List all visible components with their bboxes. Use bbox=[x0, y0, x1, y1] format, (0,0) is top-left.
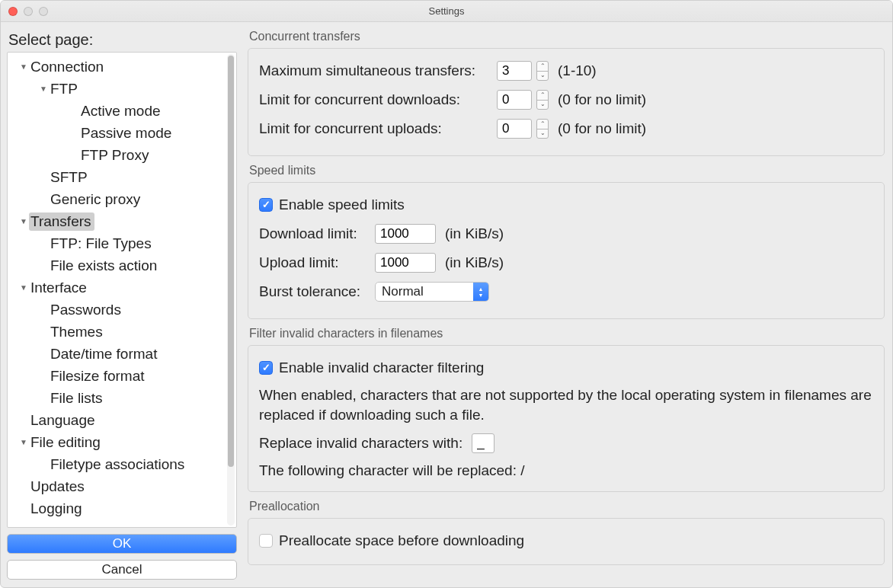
select-page-label: Select page: bbox=[7, 27, 237, 52]
replace-with-label: Replace invalid characters with: bbox=[259, 435, 463, 452]
download-limit-unit: (in KiB/s) bbox=[445, 225, 504, 242]
tree-item[interactable]: FTP: File Types bbox=[8, 232, 226, 254]
caret-down-icon[interactable] bbox=[18, 217, 29, 225]
tree-scrollbar-thumb[interactable] bbox=[228, 56, 234, 467]
tree-item[interactable]: FTP Proxy bbox=[8, 144, 226, 166]
tree-scrollbar-track[interactable] bbox=[227, 54, 235, 526]
tree-item-label: File exists action bbox=[49, 257, 160, 275]
window-close-button[interactable] bbox=[8, 7, 18, 16]
tree-item[interactable]: Logging bbox=[8, 497, 226, 519]
titlebar: Settings bbox=[1, 1, 892, 22]
download-limit-label: Download limit: bbox=[259, 225, 366, 242]
tree-item[interactable]: Updates bbox=[8, 475, 226, 497]
preallocate-space-label: Preallocate space before downloading bbox=[279, 532, 524, 549]
tree-item-label: Date/time format bbox=[49, 345, 160, 363]
tree-item[interactable]: FTP bbox=[8, 78, 226, 100]
replace-with-input[interactable] bbox=[472, 433, 495, 453]
tree-item-label: Logging bbox=[29, 500, 85, 518]
tree-item-label: Active mode bbox=[79, 102, 164, 120]
caret-down-icon[interactable] bbox=[18, 62, 29, 71]
spinner-buttons[interactable]: ⌃⌄ bbox=[536, 90, 549, 110]
concurrent-downloads-label: Limit for concurrent downloads: bbox=[259, 91, 488, 108]
chevron-down-icon[interactable]: ⌄ bbox=[537, 72, 548, 81]
download-limit-input[interactable] bbox=[375, 224, 436, 244]
spinner-buttons[interactable]: ⌃⌄ bbox=[536, 119, 549, 139]
caret-down-icon[interactable] bbox=[38, 85, 49, 93]
tree-item-label: Generic proxy bbox=[49, 190, 143, 209]
burst-tolerance-select[interactable]: Normal ▲▼ bbox=[375, 282, 489, 302]
tree-item[interactable]: Connection bbox=[8, 56, 226, 78]
enable-speed-limits-checkbox[interactable]: Enable speed limits bbox=[259, 197, 405, 213]
caret-down-icon[interactable] bbox=[18, 283, 29, 292]
tree-item-label: SFTP bbox=[49, 168, 91, 187]
tree-item[interactable]: Language bbox=[8, 409, 226, 431]
caret-down-icon[interactable] bbox=[18, 438, 29, 446]
enable-speed-limits-label: Enable speed limits bbox=[279, 197, 405, 213]
group-filter-invalid: Filter invalid characters in filenames E… bbox=[248, 324, 885, 492]
concurrent-downloads-stepper[interactable]: ⌃⌄ bbox=[497, 90, 549, 110]
tree-item-label: File lists bbox=[49, 389, 106, 407]
group-concurrent-transfers: Concurrent transfers Maximum simultaneou… bbox=[248, 27, 885, 156]
checkbox-icon bbox=[259, 534, 273, 548]
burst-tolerance-value: Normal bbox=[376, 283, 473, 301]
cancel-button[interactable]: Cancel bbox=[7, 560, 237, 580]
chevron-down-icon[interactable]: ⌄ bbox=[537, 101, 548, 110]
upload-limit-unit: (in KiB/s) bbox=[445, 254, 504, 271]
window-title: Settings bbox=[1, 5, 892, 17]
enable-invalid-char-filtering-label: Enable invalid character filtering bbox=[279, 360, 484, 376]
tree-item[interactable]: Themes bbox=[8, 321, 226, 343]
max-transfers-stepper[interactable]: ⌃⌄ bbox=[497, 61, 549, 81]
tree-item[interactable]: Filesize format bbox=[8, 365, 226, 387]
tree-item[interactable]: Date/time format bbox=[8, 343, 226, 365]
tree-item[interactable]: Transfers bbox=[8, 210, 226, 232]
updown-caret-icon: ▲▼ bbox=[473, 283, 488, 301]
tree-item-label: Interface bbox=[29, 279, 90, 297]
tree-item[interactable]: SFTP bbox=[8, 166, 226, 188]
upload-limit-input[interactable] bbox=[375, 253, 436, 273]
tree-item-label: Connection bbox=[29, 58, 107, 76]
enable-invalid-char-filtering-checkbox[interactable]: Enable invalid character filtering bbox=[259, 360, 484, 376]
settings-window: Settings Select page: ConnectionFTPActiv… bbox=[0, 0, 893, 588]
tree-item[interactable]: Active mode bbox=[8, 100, 226, 122]
concurrent-uploads-hint: (0 for no limit) bbox=[558, 120, 646, 137]
group-preallocation: Preallocation Preallocate space before d… bbox=[248, 497, 885, 565]
max-transfers-input[interactable] bbox=[497, 61, 532, 81]
max-transfers-hint: (1-10) bbox=[558, 62, 597, 79]
chevron-down-icon[interactable]: ⌄ bbox=[537, 129, 548, 139]
group-speed-limits: Speed limits Enable speed limits Downloa… bbox=[248, 161, 885, 319]
window-traffic-lights bbox=[1, 7, 48, 16]
tree-item[interactable]: Passive mode bbox=[8, 122, 226, 144]
concurrent-uploads-input[interactable] bbox=[497, 119, 532, 139]
concurrent-downloads-input[interactable] bbox=[497, 90, 532, 110]
chevron-up-icon[interactable]: ⌃ bbox=[537, 62, 548, 72]
replaced-chars-note: The following character will be replaced… bbox=[259, 461, 873, 481]
tree-item-label: Passive mode bbox=[79, 124, 174, 142]
tree-item-label: Themes bbox=[49, 323, 106, 341]
tree-item-label: Passwords bbox=[49, 301, 124, 319]
settings-panel: Concurrent transfers Maximum simultaneou… bbox=[242, 22, 892, 587]
chevron-up-icon[interactable]: ⌃ bbox=[537, 91, 548, 101]
tree-item-label: Language bbox=[29, 411, 98, 430]
tree-item-label: FTP Proxy bbox=[79, 146, 152, 165]
burst-tolerance-label: Burst tolerance: bbox=[259, 283, 366, 300]
tree-item-label: Filetype associations bbox=[49, 455, 187, 474]
tree-item[interactable]: File lists bbox=[8, 387, 226, 409]
concurrent-uploads-stepper[interactable]: ⌃⌄ bbox=[497, 119, 549, 139]
tree-item[interactable]: Generic proxy bbox=[8, 188, 226, 210]
checkbox-icon bbox=[259, 361, 273, 375]
tree-item[interactable]: File exists action bbox=[8, 254, 226, 276]
ok-button[interactable]: OK bbox=[7, 534, 237, 554]
tree-item[interactable]: File editing bbox=[8, 431, 226, 453]
page-tree: ConnectionFTPActive modePassive modeFTP … bbox=[7, 52, 237, 528]
spinner-buttons[interactable]: ⌃⌄ bbox=[536, 61, 549, 81]
concurrent-uploads-label: Limit for concurrent uploads: bbox=[259, 120, 488, 137]
preallocate-space-checkbox[interactable]: Preallocate space before downloading bbox=[259, 532, 524, 549]
chevron-up-icon[interactable]: ⌃ bbox=[537, 120, 548, 129]
tree-item-label: File editing bbox=[29, 433, 104, 452]
tree-item[interactable]: Interface bbox=[8, 276, 226, 299]
tree-item[interactable]: Filetype associations bbox=[8, 453, 226, 475]
window-minimize-button[interactable] bbox=[24, 7, 33, 16]
tree-item[interactable]: Passwords bbox=[8, 299, 226, 321]
group-title: Concurrent transfers bbox=[248, 27, 885, 48]
window-zoom-button[interactable] bbox=[39, 7, 48, 16]
